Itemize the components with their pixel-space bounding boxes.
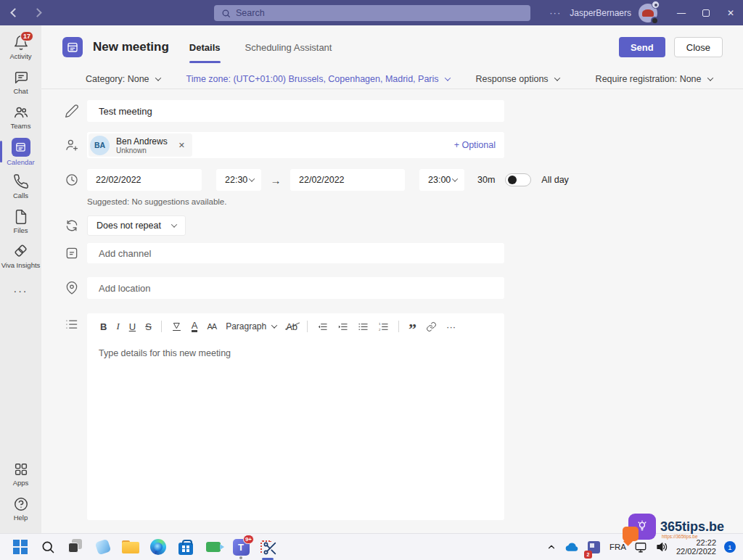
location-input[interactable]: Add location — [87, 277, 504, 299]
duration-label: 30m — [477, 175, 495, 185]
remove-attendee-icon[interactable]: ✕ — [178, 141, 185, 150]
attendees-input[interactable]: BA Ben Andrews Unknown ✕ + Optional — [87, 132, 504, 158]
chevron-down-icon — [271, 322, 277, 328]
taskbar-search-button[interactable] — [39, 538, 57, 556]
tray-chevron-up-icon[interactable] — [546, 542, 557, 552]
teams-app-button[interactable]: T 9+ — [232, 538, 250, 556]
font-size-button[interactable]: AA — [207, 322, 216, 331]
timezone-dropdown[interactable]: Time zone: (UTC+01:00) Brussels, Copenha… — [186, 74, 450, 84]
divider — [307, 321, 308, 332]
sidebar-item-activity[interactable]: 17 Activity — [0, 30, 41, 65]
details-placeholder: Type details for this new meeting — [87, 348, 504, 358]
chevron-down-icon — [155, 75, 160, 81]
strikethrough-button[interactable]: S — [145, 321, 152, 332]
channel-input[interactable]: Add channel — [87, 243, 504, 263]
category-dropdown[interactable]: Category: None — [86, 74, 160, 84]
edge-icon — [150, 539, 166, 555]
search-input[interactable]: Search — [214, 5, 530, 21]
attendee-chip: BA Ben Andrews Unknown ✕ — [89, 133, 192, 157]
more-formatting-button[interactable]: ··· — [446, 321, 456, 332]
numbered-list-button[interactable]: 12 — [378, 321, 389, 332]
maximize-button[interactable] — [694, 0, 718, 25]
start-date-input[interactable]: 22/02/2022 — [87, 169, 202, 191]
onedrive-icon[interactable] — [565, 542, 579, 552]
italic-button[interactable]: I — [116, 321, 119, 332]
maximize-icon — [702, 9, 710, 17]
outdent-button[interactable] — [317, 321, 328, 332]
camera-app-button[interactable] — [205, 538, 222, 556]
tab-details[interactable]: Details — [189, 25, 221, 69]
avatar[interactable] — [639, 4, 657, 22]
microsoft-store-button[interactable] — [177, 538, 194, 556]
teams-tray-button[interactable]: 2 — [587, 538, 602, 556]
sidebar-item-teams[interactable]: Teams — [0, 99, 41, 134]
response-options-dropdown[interactable]: Response options — [476, 74, 559, 84]
bold-button[interactable]: B — [100, 321, 107, 332]
quote-button[interactable]: ” — [409, 320, 416, 333]
end-time-select[interactable]: 23:00 — [419, 169, 464, 191]
repeat-select[interactable]: Does not repeat — [87, 215, 186, 236]
task-view-button[interactable] — [67, 538, 84, 556]
all-day-label: All day — [541, 175, 569, 185]
highlight-button[interactable] — [171, 321, 182, 332]
sidebar-item-viva-insights[interactable]: Viva Insights — [0, 239, 41, 273]
add-optional-attendees-link[interactable]: + Optional — [454, 140, 496, 150]
chevron-down-icon — [444, 75, 450, 81]
font-color-button[interactable]: A — [192, 321, 198, 332]
more-options-icon[interactable]: ··· — [541, 7, 570, 18]
start-button[interactable] — [12, 538, 29, 556]
send-button[interactable]: Send — [619, 37, 665, 57]
chat-icon — [13, 70, 29, 86]
clear-formatting-button[interactable]: Ab — [286, 321, 297, 332]
help-icon — [13, 496, 29, 512]
sidebar-item-calls[interactable]: Calls — [0, 169, 41, 204]
snipping-tool-icon — [260, 539, 276, 555]
language-indicator[interactable]: FRA — [609, 543, 626, 551]
back-icon[interactable] — [10, 8, 20, 17]
365tips-bubble2-icon — [623, 527, 639, 541]
sidebar-item-more[interactable]: ··· — [0, 273, 41, 308]
bullet-list-button[interactable] — [358, 321, 369, 332]
registration-dropdown[interactable]: Require registration: None — [596, 74, 713, 84]
chevron-down-icon — [249, 176, 255, 181]
widgets-button[interactable] — [94, 538, 112, 556]
svg-text:1: 1 — [379, 322, 381, 326]
edge-browser-button[interactable] — [149, 538, 167, 556]
sidebar-item-files[interactable]: Files — [0, 204, 41, 239]
file-explorer-button[interactable] — [122, 538, 139, 556]
user-name[interactable]: JasperBernaers — [570, 8, 631, 18]
meeting-title-input[interactable]: Test meeting — [87, 100, 504, 122]
widgets-icon — [95, 539, 112, 556]
all-day-toggle[interactable] — [505, 173, 531, 186]
chevron-down-icon — [171, 221, 177, 227]
formatting-toolbar: B I U S A AA Paragraph Ab 12 ” ··· — [87, 313, 504, 339]
underline-button[interactable]: U — [129, 321, 136, 332]
forward-icon[interactable] — [33, 8, 42, 17]
sidebar-item-calendar[interactable]: Calendar — [0, 134, 41, 169]
meeting-details-editor[interactable]: B I U S A AA Paragraph Ab 12 ” ··· Type … — [87, 313, 504, 520]
divider — [398, 321, 399, 332]
chevron-down-icon — [554, 75, 559, 81]
history-nav — [0, 9, 41, 16]
sidebar-item-help[interactable]: Help — [0, 491, 41, 526]
sidebar-item-chat[interactable]: Chat — [0, 65, 41, 99]
apps-grid-icon — [13, 461, 29, 477]
365tips-brand: 365tips.be — [660, 519, 724, 535]
paragraph-style-dropdown[interactable]: Paragraph — [226, 321, 276, 332]
snipping-tool-button[interactable] — [260, 538, 277, 556]
activity-badge: 17 — [20, 31, 33, 41]
indent-button[interactable] — [337, 321, 348, 332]
start-time-select[interactable]: 22:30 — [216, 169, 261, 191]
end-date-input[interactable]: 22/02/2022 — [290, 169, 405, 191]
people-icon — [13, 104, 29, 120]
phone-icon — [13, 174, 29, 190]
close-button[interactable]: Close — [674, 37, 723, 57]
windows-logo-icon — [13, 540, 28, 554]
sidebar-item-apps[interactable]: Apps — [0, 456, 41, 491]
attendee-name: Ben Andrews — [116, 136, 168, 147]
tab-scheduling-assistant[interactable]: Scheduling Assistant — [245, 25, 332, 69]
minimize-button[interactable]: — — [669, 0, 694, 25]
divider — [161, 321, 162, 332]
link-button[interactable] — [426, 321, 437, 332]
close-window-button[interactable]: ✕ — [718, 0, 743, 25]
